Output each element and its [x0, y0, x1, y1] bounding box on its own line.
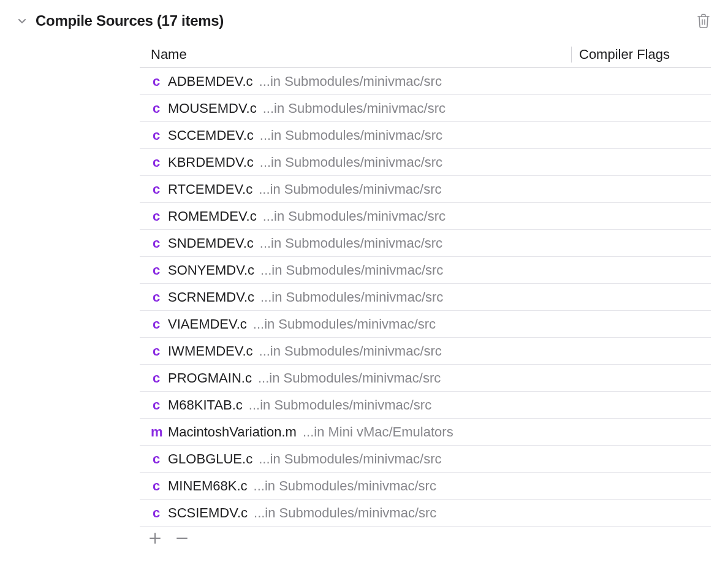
file-name: MINEM68K.c	[168, 478, 248, 494]
table-row[interactable]: cSNDEMDEV.c...in Submodules/minivmac/src	[140, 230, 711, 257]
sources-table: Name Compiler Flags cADBEMDEV.c...in Sub…	[140, 47, 711, 545]
cell-name: cPROGMAIN.c...in Submodules/minivmac/src	[140, 370, 571, 386]
table-header: Name Compiler Flags	[140, 47, 711, 68]
c-file-icon: c	[151, 262, 162, 278]
file-name: IWMEMDEV.c	[168, 343, 253, 359]
file-path: ...in Submodules/minivmac/src	[253, 316, 436, 332]
c-file-icon: c	[151, 451, 162, 467]
file-path: ...in Mini vMac/Emulators	[303, 424, 453, 440]
cell-name: cKBRDEMDV.c...in Submodules/minivmac/src	[140, 154, 571, 170]
cell-name: cMOUSEMDV.c...in Submodules/minivmac/src	[140, 101, 571, 116]
c-file-icon: c	[151, 478, 162, 494]
file-path: ...in Submodules/minivmac/src	[260, 128, 442, 143]
cell-name: cRTCEMDEV.c...in Submodules/minivmac/src	[140, 181, 571, 197]
cell-name: cSCCEMDEV.c...in Submodules/minivmac/src	[140, 128, 571, 143]
table-body: cADBEMDEV.c...in Submodules/minivmac/src…	[140, 68, 711, 527]
file-path: ...in Submodules/minivmac/src	[259, 181, 441, 197]
section-title: Compile Sources (17 items)	[36, 12, 224, 29]
file-name: MacintoshVariation.m	[168, 424, 297, 440]
file-name: MOUSEMDV.c	[168, 101, 257, 116]
file-name: ADBEMDEV.c	[168, 74, 253, 89]
remove-icon[interactable]	[175, 531, 189, 545]
cell-name: cM68KITAB.c...in Submodules/minivmac/src	[140, 397, 571, 413]
file-path: ...in Submodules/minivmac/src	[260, 289, 443, 305]
cell-name: mMacintoshVariation.m...in Mini vMac/Emu…	[140, 424, 571, 440]
table-row[interactable]: cMOUSEMDV.c...in Submodules/minivmac/src	[140, 95, 711, 122]
c-file-icon: c	[151, 74, 162, 89]
table-row[interactable]: cM68KITAB.c...in Submodules/minivmac/src	[140, 392, 711, 419]
file-path: ...in Submodules/minivmac/src	[260, 262, 443, 278]
file-name: SCCEMDEV.c	[168, 128, 254, 143]
file-name: VIAEMDEV.c	[168, 316, 247, 332]
file-path: ...in Submodules/minivmac/src	[259, 451, 441, 467]
file-path: ...in Submodules/minivmac/src	[254, 478, 436, 494]
table-row[interactable]: cADBEMDEV.c...in Submodules/minivmac/src	[140, 68, 711, 95]
cell-name: cSNDEMDEV.c...in Submodules/minivmac/src	[140, 235, 571, 251]
section-header-left: Compile Sources (17 items)	[17, 12, 224, 29]
file-path: ...in Submodules/minivmac/src	[254, 505, 436, 521]
file-path: ...in Submodules/minivmac/src	[260, 235, 442, 251]
c-file-icon: c	[151, 235, 162, 251]
table-row[interactable]: cSCCEMDEV.c...in Submodules/minivmac/src	[140, 122, 711, 149]
file-name: GLOBGLUE.c	[168, 451, 252, 467]
table-row[interactable]: cSONYEMDV.c...in Submodules/minivmac/src	[140, 257, 711, 284]
c-file-icon: c	[151, 128, 162, 143]
trash-icon[interactable]	[696, 13, 711, 29]
c-file-icon: c	[151, 181, 162, 197]
file-name: PROGMAIN.c	[168, 370, 252, 386]
table-row[interactable]: cIWMEMDEV.c...in Submodules/minivmac/src	[140, 338, 711, 365]
file-name: SCSIEMDV.c	[168, 505, 248, 521]
cell-name: cGLOBGLUE.c...in Submodules/minivmac/src	[140, 451, 571, 467]
file-path: ...in Submodules/minivmac/src	[263, 208, 446, 224]
c-file-icon: c	[151, 397, 162, 413]
file-name: SNDEMDEV.c	[168, 235, 254, 251]
c-file-icon: c	[151, 343, 162, 359]
table-row[interactable]: cKBRDEMDV.c...in Submodules/minivmac/src	[140, 149, 711, 176]
table-row[interactable]: cVIAEMDEV.c...in Submodules/minivmac/src	[140, 311, 711, 338]
file-path: ...in Submodules/minivmac/src	[260, 154, 442, 170]
column-header-compiler-flags[interactable]: Compiler Flags	[571, 47, 711, 63]
c-file-icon: c	[151, 101, 162, 116]
table-row[interactable]: cRTCEMDEV.c...in Submodules/minivmac/src	[140, 176, 711, 203]
cell-name: cSONYEMDV.c...in Submodules/minivmac/src	[140, 262, 571, 278]
table-row[interactable]: cSCSIEMDV.c...in Submodules/minivmac/src	[140, 500, 711, 527]
file-name: RTCEMDEV.c	[168, 181, 252, 197]
c-file-icon: c	[151, 370, 162, 386]
file-path: ...in Submodules/minivmac/src	[258, 370, 441, 386]
file-name: ROMEMDEV.c	[168, 208, 257, 224]
c-file-icon: c	[151, 154, 162, 170]
c-file-icon: c	[151, 505, 162, 521]
cell-name: cVIAEMDEV.c...in Submodules/minivmac/src	[140, 316, 571, 332]
table-footer-controls	[140, 527, 711, 545]
cell-name: cIWMEMDEV.c...in Submodules/minivmac/src	[140, 343, 571, 359]
table-row[interactable]: cPROGMAIN.c...in Submodules/minivmac/src	[140, 365, 711, 392]
file-name: KBRDEMDV.c	[168, 154, 254, 170]
cell-name: cMINEM68K.c...in Submodules/minivmac/src	[140, 478, 571, 494]
cell-name: cADBEMDEV.c...in Submodules/minivmac/src	[140, 74, 571, 89]
file-path: ...in Submodules/minivmac/src	[249, 397, 431, 413]
add-icon[interactable]	[148, 531, 162, 545]
table-row[interactable]: mMacintoshVariation.m...in Mini vMac/Emu…	[140, 419, 711, 446]
section-header: Compile Sources (17 items)	[17, 12, 711, 29]
file-name: SCRNEMDV.c	[168, 289, 254, 305]
objc-file-icon: m	[151, 424, 162, 440]
table-row[interactable]: cGLOBGLUE.c...in Submodules/minivmac/src	[140, 446, 711, 473]
cell-name: cROMEMDEV.c...in Submodules/minivmac/src	[140, 208, 571, 224]
cell-name: cSCRNEMDV.c...in Submodules/minivmac/src	[140, 289, 571, 305]
chevron-down-icon[interactable]	[17, 16, 27, 26]
table-row[interactable]: cSCRNEMDV.c...in Submodules/minivmac/src	[140, 284, 711, 311]
cell-name: cSCSIEMDV.c...in Submodules/minivmac/src	[140, 505, 571, 521]
c-file-icon: c	[151, 208, 162, 224]
file-name: M68KITAB.c	[168, 397, 243, 413]
c-file-icon: c	[151, 289, 162, 305]
file-path: ...in Submodules/minivmac/src	[259, 74, 442, 89]
file-path: ...in Submodules/minivmac/src	[263, 101, 446, 116]
column-header-name[interactable]: Name	[140, 47, 571, 63]
c-file-icon: c	[151, 316, 162, 332]
file-name: SONYEMDV.c	[168, 262, 254, 278]
file-path: ...in Submodules/minivmac/src	[259, 343, 442, 359]
table-row[interactable]: cROMEMDEV.c...in Submodules/minivmac/src	[140, 203, 711, 230]
table-row[interactable]: cMINEM68K.c...in Submodules/minivmac/src	[140, 473, 711, 500]
